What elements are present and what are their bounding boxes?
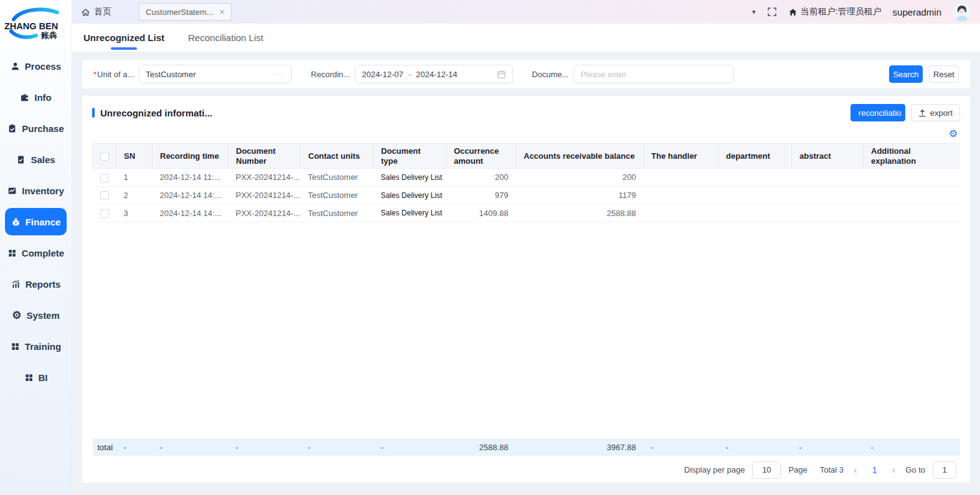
sidebar-item-finance[interactable]: Finance <box>5 208 67 235</box>
sidebar-item-label: Sales <box>31 154 55 165</box>
username[interactable]: superadmin <box>893 7 941 17</box>
column-settings-gear-icon[interactable]: ⚙ <box>949 129 958 139</box>
table-row: 2 2024-12-14 14:... PXX-20241214-... Tes… <box>93 186 961 204</box>
total-accounts-receivable-balance: 3967.88 <box>516 438 644 456</box>
cell-document-number: PXX-20241214-... <box>229 204 301 222</box>
gear-icon: ⚙ <box>12 310 21 321</box>
cell-department <box>719 204 792 222</box>
cell-handler <box>644 169 719 187</box>
sidebar-item-sales[interactable]: Sales <box>5 146 67 173</box>
chevron-down-icon[interactable]: ▾ <box>752 7 756 16</box>
person-icon <box>11 62 20 71</box>
page-label: Page <box>788 465 807 474</box>
upload-icon <box>918 109 926 117</box>
goto-page-input[interactable] <box>933 461 956 479</box>
topbar-right: ▾ 当前租户:管理员租户 superadmin <box>752 2 971 21</box>
prev-page-icon[interactable]: ‹ <box>851 464 860 476</box>
close-icon[interactable]: × <box>219 7 224 17</box>
more-dots-icon[interactable]: ··· <box>274 70 285 78</box>
page-size-input[interactable] <box>752 461 781 479</box>
sidebar-item-label: BI <box>39 372 48 383</box>
table-row: 1 2024-12-14 11:... PXX-20241214-... Tes… <box>93 169 961 187</box>
page-tabs: Unrecognized List Reconciliation List <box>72 24 980 52</box>
cell-recording-time: 2024-12-14 14:... <box>153 186 229 204</box>
sidebar-item-label: System <box>26 310 59 321</box>
logo-swoosh-bottom <box>11 31 36 37</box>
unit-select[interactable]: TestCustomer ··· <box>139 65 292 83</box>
sidebar-item-bi[interactable]: BI <box>5 364 67 391</box>
row-checkbox[interactable] <box>100 209 109 218</box>
reconciliation-button[interactable]: reconciliatio <box>850 104 905 121</box>
col-document-type: Document type <box>374 144 446 169</box>
cell-sn: 2 <box>116 186 153 204</box>
sidebar-item-training[interactable]: Training <box>5 332 67 360</box>
sidebar-item-label: Training <box>25 341 61 352</box>
current-page[interactable]: 1 <box>867 465 882 475</box>
document-filter-label: Docume... <box>532 70 568 79</box>
sidebar-item-label: Process <box>25 61 61 72</box>
total-document-type: - <box>374 438 446 456</box>
fullscreen-icon[interactable] <box>767 7 777 17</box>
cell-occurrence-amount: 200 <box>446 169 516 187</box>
cell-handler <box>644 204 719 222</box>
sidebar-item-system[interactable]: ⚙ System <box>5 301 67 329</box>
sidebar-item-inventory[interactable]: Inventory <box>5 177 67 204</box>
cell-department <box>719 169 792 187</box>
cell-contact-units: TestCustomer <box>301 169 374 187</box>
recording-filter-label: Recordin... <box>311 70 350 79</box>
select-all-checkbox[interactable] <box>100 152 109 161</box>
table-toolbar: ⚙ <box>92 125 960 143</box>
sidebar-item-label: Purchase <box>22 123 64 134</box>
cell-sn: 3 <box>116 204 153 222</box>
panel-actions: reconciliatio export <box>850 104 960 121</box>
sidebar-item-complete[interactable]: Complete <box>5 239 67 266</box>
cell-abstract <box>792 169 864 187</box>
sidebar-item-info[interactable]: Info <box>5 83 67 111</box>
home-filled-icon <box>788 7 798 17</box>
col-contact-units: Contact units <box>301 144 374 169</box>
per-page-label: Display per page <box>684 465 745 474</box>
total-contact-units: - <box>301 438 374 456</box>
date-to-value: 2024-12-14 <box>416 70 458 79</box>
tab-unrecognized-list[interactable]: Unrecognized List <box>83 24 164 52</box>
cell-additional-explanation <box>864 204 961 222</box>
document-number-input[interactable] <box>573 65 734 83</box>
sidebar-item-label: Info <box>34 92 52 103</box>
panel-title: Unrecognized informati... <box>100 108 212 118</box>
required-mark: * <box>93 70 97 79</box>
total-handler: - <box>644 438 719 456</box>
sidebar-item-purchase[interactable]: Purchase <box>5 115 67 142</box>
export-button[interactable]: export <box>911 104 960 121</box>
topbar-open-tab[interactable]: CustomerStatem... × <box>139 3 232 21</box>
wallet-icon <box>20 93 29 102</box>
title-accent-bar <box>92 108 95 118</box>
cell-accounts-receivable-balance: 200 <box>516 169 644 187</box>
total-sn: - <box>116 438 153 456</box>
row-checkbox[interactable] <box>100 174 109 182</box>
tab-reconciliation-list[interactable]: Reconciliation List <box>188 24 263 52</box>
col-abstract: abstract <box>792 144 864 169</box>
sidebar-item-label: Finance <box>26 217 61 227</box>
sidebar-item-label: Complete <box>22 248 64 258</box>
date-range-picker[interactable]: 2024-12-07 - 2024-12-14 <box>355 65 513 83</box>
topbar-home-tab[interactable]: 首页 <box>81 6 111 17</box>
grid-icon <box>7 248 17 258</box>
row-checkbox[interactable] <box>100 191 109 200</box>
next-page-icon[interactable]: › <box>890 464 898 476</box>
cell-additional-explanation <box>864 169 961 187</box>
avatar[interactable] <box>953 2 971 21</box>
calendar-icon <box>497 70 506 79</box>
cell-document-type: Sales Delivery List <box>374 169 446 187</box>
brand-title: ZHANG BEN <box>4 21 58 31</box>
unrecognized-table: SN Recording time Document Number Contac… <box>92 143 960 456</box>
cell-document-number: PXX-20241214-... <box>229 169 301 187</box>
bar-chart-icon <box>11 280 21 289</box>
money-bag-icon <box>11 217 21 227</box>
reset-button[interactable]: Reset <box>929 65 959 83</box>
sidebar-menu: Process Info Purchase Sales Inventory <box>0 52 72 391</box>
unrecognized-panel: Unrecognized informati... reconciliatio <box>82 96 970 483</box>
table-total-row: total - - - - - 2588.88 3967.88 - - - - <box>93 438 961 456</box>
search-button[interactable]: Search <box>889 65 923 83</box>
sidebar-item-reports[interactable]: Reports <box>5 270 67 298</box>
sidebar-item-process[interactable]: Process <box>5 52 67 80</box>
